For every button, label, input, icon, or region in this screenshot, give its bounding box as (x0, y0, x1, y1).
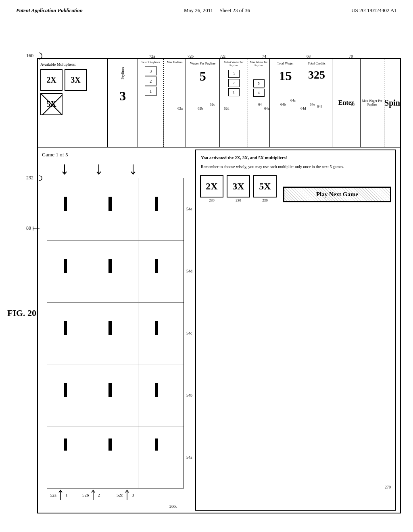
ref-64e-label: 64e (310, 102, 315, 106)
select-paylines-section: Select Paylines 3 2 1 (138, 59, 164, 147)
paylines-label: Paylines (121, 61, 125, 85)
ref-54c: 54c (186, 331, 192, 335)
row-refs: 54e 54d 54c 54b 54a (186, 178, 192, 488)
total-credits-value: 325 (308, 69, 325, 81)
total-credits-display: Total Credits 325 (301, 59, 332, 147)
game-label: Game 1 of 5 (42, 152, 68, 158)
play-next-button[interactable]: Play Next Game (283, 187, 391, 202)
select-wager-btn-3[interactable]: 3 (228, 70, 240, 78)
paylines-display: Paylines 3 (108, 59, 138, 147)
game-area: Game 1 of 5 52a 1 52b 2 52c 3 (38, 148, 400, 513)
total-wager-value: 15 (279, 69, 292, 83)
ref-64b-label: 64b (280, 102, 286, 106)
mult-2x-box: 2X (40, 69, 63, 91)
max-paylines-label: Max Paylines (167, 60, 182, 64)
play-next-container: Play Next Game (283, 187, 391, 202)
ref-260c-label: 260c (169, 504, 177, 509)
ref-54e: 54e (186, 207, 192, 211)
select-wager-section: Select Wager Per Payline 3 2 1 (220, 59, 248, 147)
mult-5x-box: 5X (40, 93, 63, 115)
ref-72a-label: 72a (149, 54, 155, 58)
select-paylines-btn-3[interactable]: 3 (145, 66, 157, 75)
ref-62d-label: 62d (224, 106, 229, 110)
page-header: Patent Application Publication May 26, 2… (0, 0, 413, 18)
popup-2x-box[interactable]: 2X (200, 175, 223, 197)
reel-label-3: 52c 3 (117, 489, 134, 501)
ref-72b-label: 72b (188, 54, 194, 58)
ref-64f-label: 64f (317, 104, 322, 108)
ref-54d: 54d (186, 269, 192, 273)
popup-2x-item: 2X 230 (200, 175, 223, 202)
ref-74-label: 74 (262, 54, 266, 58)
ref-62b-label: 62b (198, 106, 203, 110)
ref-54b: 54b (186, 393, 192, 397)
max-wager-label: Max Wager Per Payline (362, 99, 383, 106)
reel-label-2: 52b 2 (82, 489, 100, 501)
ref-270-label: 270 (385, 485, 391, 489)
select-paylines-btn-2[interactable]: 2 (145, 77, 157, 85)
outer-frame: Available Multipliers: 2X 3X 5X (37, 58, 401, 513)
popup-3x-box[interactable]: 3X (227, 175, 250, 197)
fig-label: FIG. 20 (7, 308, 36, 318)
max-wager-btn-4[interactable]: 4 (253, 89, 265, 97)
multipliers-label: Available Multipliers: (40, 62, 105, 66)
total-credits-label: Total Credits (308, 61, 325, 65)
ref-72c-label: 72c (220, 54, 225, 58)
wager-label: Wager Per Payline (190, 61, 215, 66)
total-wager-label: Total Wager (277, 61, 294, 65)
ref-64-label: 64 (258, 102, 262, 106)
wager-value: 5 (200, 69, 206, 84)
arrow-down-1 (60, 164, 69, 177)
select-wager-label: Select Wager Per Payline (221, 60, 246, 67)
multipliers-section: Available Multipliers: 2X 3X 5X (38, 59, 108, 147)
popup-5x-item: 5X 230 (253, 175, 277, 202)
max-wager-button[interactable]: Max Wager Per Payline (361, 59, 385, 147)
popup-3x-item: 3X 230 (227, 175, 250, 202)
header-publication-label: Patent Application Publication (16, 7, 83, 14)
arrow-down-3 (129, 164, 138, 177)
spin-button[interactable]: Spin (384, 59, 400, 147)
max-wager-per-payline-label: Max Wager Per Payline (249, 60, 269, 67)
arrow-down-2 (94, 164, 103, 177)
max-paylines-section: Max Paylines (164, 59, 186, 147)
spin-label: Spin (384, 98, 400, 108)
paylines-value: 3 (119, 89, 126, 104)
popup-box: You activated the 2X, 3X, and 5X multipl… (195, 150, 396, 511)
ref-68-label: 68 (307, 54, 311, 58)
ref-64c-label: 64c (290, 98, 296, 102)
enter-button[interactable]: Enter (332, 59, 360, 147)
sheet-info: Sheet 23 of 36 (219, 7, 250, 13)
popup-subtext: Remember to choose wisely, you may use e… (196, 164, 395, 173)
popup-2x-ref: 230 (209, 198, 215, 202)
select-paylines-label: Select Paylines (142, 60, 160, 64)
ref-70-label: 70 (349, 54, 353, 58)
popup-5x-box[interactable]: 5X (253, 175, 277, 197)
select-wager-btn-1[interactable]: 1 (228, 88, 240, 96)
ref-66-label: 66 (351, 102, 355, 106)
mult-3x-box: 3X (65, 69, 87, 91)
ref-62a-label: 62a (177, 106, 183, 110)
ref-54a: 54a (186, 455, 192, 459)
select-wager-btn-2[interactable]: 2 (228, 79, 240, 87)
popup-text: You activated the 2X, 3X, and 5X multipl… (196, 150, 395, 164)
ref-64d-label: 64d (300, 106, 306, 110)
header-date: May 26, 2011 Sheet 23 of 36 (184, 7, 250, 14)
max-wager-btn-5[interactable]: 5 (253, 79, 265, 87)
main-content: FIG. 20 160 232 80 Available Multipliers… (0, 18, 413, 526)
ref-62c-label: 62c (210, 102, 215, 106)
ref-64a-label: 64a (264, 106, 269, 110)
control-panel: Available Multipliers: 2X 3X 5X (38, 59, 400, 148)
popup-5x-ref: 230 (262, 198, 268, 202)
popup-3x-ref: 230 (236, 198, 241, 202)
header-patent-number: US 2011/0124402 A1 (351, 7, 397, 14)
popup-multipliers: 2X 230 3X 230 5X 230 (196, 173, 395, 206)
select-paylines-btn-1[interactable]: 1 (145, 87, 157, 96)
reel-grid (47, 178, 184, 488)
reel-label-1: 52a 1 (50, 489, 67, 501)
